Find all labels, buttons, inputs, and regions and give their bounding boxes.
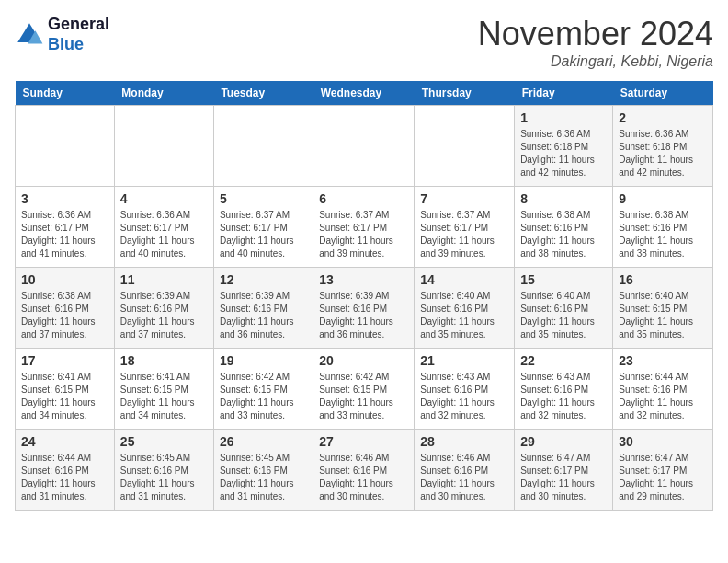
calendar-cell: 26Sunrise: 6:45 AM Sunset: 6:16 PM Dayli… (213, 430, 313, 511)
day-number: 28 (420, 434, 508, 449)
day-info: Sunrise: 6:47 AM Sunset: 6:17 PM Dayligh… (619, 452, 707, 503)
page-header: General Blue November 2024 Dakingari, Ke… (15, 15, 713, 70)
calendar-cell: 10Sunrise: 6:38 AM Sunset: 6:16 PM Dayli… (16, 268, 115, 349)
calendar-cell: 24Sunrise: 6:44 AM Sunset: 6:16 PM Dayli… (16, 430, 115, 511)
logo-line1: General (48, 15, 109, 35)
day-number: 9 (619, 191, 707, 206)
day-info: Sunrise: 6:46 AM Sunset: 6:16 PM Dayligh… (420, 452, 508, 503)
calendar-cell (213, 106, 313, 187)
day-info: Sunrise: 6:43 AM Sunset: 6:16 PM Dayligh… (420, 371, 508, 422)
day-number: 5 (220, 191, 307, 206)
day-info: Sunrise: 6:43 AM Sunset: 6:16 PM Dayligh… (520, 371, 607, 422)
day-info: Sunrise: 6:40 AM Sunset: 6:15 PM Dayligh… (619, 290, 707, 341)
day-header-wednesday: Wednesday (313, 81, 415, 106)
title-block: November 2024 Dakingari, Kebbi, Nigeria (478, 15, 713, 70)
day-number: 13 (319, 272, 408, 287)
day-info: Sunrise: 6:39 AM Sunset: 6:16 PM Dayligh… (319, 290, 408, 341)
day-info: Sunrise: 6:37 AM Sunset: 6:17 PM Dayligh… (420, 209, 508, 260)
day-number: 26 (220, 434, 307, 449)
calendar-cell: 6Sunrise: 6:37 AM Sunset: 6:17 PM Daylig… (313, 187, 415, 268)
day-number: 16 (619, 272, 707, 287)
logo: General Blue (15, 15, 109, 54)
day-info: Sunrise: 6:47 AM Sunset: 6:17 PM Dayligh… (520, 452, 607, 503)
calendar-cell (415, 106, 515, 187)
day-info: Sunrise: 6:44 AM Sunset: 6:16 PM Dayligh… (21, 452, 108, 503)
calendar-cell: 23Sunrise: 6:44 AM Sunset: 6:16 PM Dayli… (613, 349, 713, 430)
calendar-cell: 2Sunrise: 6:36 AM Sunset: 6:18 PM Daylig… (613, 106, 713, 187)
calendar-week-3: 10Sunrise: 6:38 AM Sunset: 6:16 PM Dayli… (16, 268, 713, 349)
day-number: 2 (619, 110, 707, 125)
calendar-cell: 29Sunrise: 6:47 AM Sunset: 6:17 PM Dayli… (515, 430, 613, 511)
calendar-week-1: 1Sunrise: 6:36 AM Sunset: 6:18 PM Daylig… (16, 106, 713, 187)
day-info: Sunrise: 6:36 AM Sunset: 6:17 PM Dayligh… (120, 209, 208, 260)
day-header-tuesday: Tuesday (213, 81, 313, 106)
day-number: 29 (520, 434, 607, 449)
day-number: 6 (319, 191, 408, 206)
day-header-sunday: Sunday (16, 81, 115, 106)
day-number: 3 (21, 191, 108, 206)
day-info: Sunrise: 6:41 AM Sunset: 6:15 PM Dayligh… (120, 371, 208, 422)
calendar-week-5: 24Sunrise: 6:44 AM Sunset: 6:16 PM Dayli… (16, 430, 713, 511)
calendar-cell (16, 106, 115, 187)
logo-icon (15, 20, 44, 50)
calendar-cell: 17Sunrise: 6:41 AM Sunset: 6:15 PM Dayli… (16, 349, 115, 430)
day-header-monday: Monday (114, 81, 213, 106)
calendar-header-row: SundayMondayTuesdayWednesdayThursdayFrid… (16, 81, 713, 106)
day-info: Sunrise: 6:37 AM Sunset: 6:17 PM Dayligh… (319, 209, 408, 260)
day-number: 22 (520, 353, 607, 368)
calendar-cell: 3Sunrise: 6:36 AM Sunset: 6:17 PM Daylig… (16, 187, 115, 268)
calendar-cell: 13Sunrise: 6:39 AM Sunset: 6:16 PM Dayli… (313, 268, 415, 349)
calendar-cell: 30Sunrise: 6:47 AM Sunset: 6:17 PM Dayli… (613, 430, 713, 511)
day-info: Sunrise: 6:37 AM Sunset: 6:17 PM Dayligh… (220, 209, 307, 260)
calendar-cell: 22Sunrise: 6:43 AM Sunset: 6:16 PM Dayli… (515, 349, 613, 430)
calendar-cell: 8Sunrise: 6:38 AM Sunset: 6:16 PM Daylig… (515, 187, 613, 268)
day-number: 14 (420, 272, 508, 287)
day-number: 7 (420, 191, 508, 206)
calendar-table: SundayMondayTuesdayWednesdayThursdayFrid… (15, 81, 713, 511)
calendar-cell: 19Sunrise: 6:42 AM Sunset: 6:15 PM Dayli… (213, 349, 313, 430)
day-info: Sunrise: 6:36 AM Sunset: 6:18 PM Dayligh… (619, 128, 707, 179)
calendar-week-4: 17Sunrise: 6:41 AM Sunset: 6:15 PM Dayli… (16, 349, 713, 430)
day-header-saturday: Saturday (613, 81, 713, 106)
month-title: November 2024 (478, 15, 713, 53)
day-info: Sunrise: 6:38 AM Sunset: 6:16 PM Dayligh… (21, 290, 108, 341)
day-info: Sunrise: 6:44 AM Sunset: 6:16 PM Dayligh… (619, 371, 707, 422)
calendar-cell: 7Sunrise: 6:37 AM Sunset: 6:17 PM Daylig… (415, 187, 515, 268)
calendar-cell: 9Sunrise: 6:38 AM Sunset: 6:16 PM Daylig… (613, 187, 713, 268)
day-info: Sunrise: 6:46 AM Sunset: 6:16 PM Dayligh… (319, 452, 408, 503)
calendar-cell: 21Sunrise: 6:43 AM Sunset: 6:16 PM Dayli… (415, 349, 515, 430)
day-number: 4 (120, 191, 208, 206)
day-number: 25 (120, 434, 208, 449)
calendar-cell: 20Sunrise: 6:42 AM Sunset: 6:15 PM Dayli… (313, 349, 415, 430)
calendar-cell: 28Sunrise: 6:46 AM Sunset: 6:16 PM Dayli… (415, 430, 515, 511)
calendar-cell: 14Sunrise: 6:40 AM Sunset: 6:16 PM Dayli… (415, 268, 515, 349)
day-info: Sunrise: 6:38 AM Sunset: 6:16 PM Dayligh… (520, 209, 607, 260)
day-number: 27 (319, 434, 408, 449)
day-info: Sunrise: 6:40 AM Sunset: 6:16 PM Dayligh… (420, 290, 508, 341)
calendar-week-2: 3Sunrise: 6:36 AM Sunset: 6:17 PM Daylig… (16, 187, 713, 268)
day-info: Sunrise: 6:42 AM Sunset: 6:15 PM Dayligh… (319, 371, 408, 422)
day-header-thursday: Thursday (415, 81, 515, 106)
day-info: Sunrise: 6:38 AM Sunset: 6:16 PM Dayligh… (619, 209, 707, 260)
calendar-cell: 15Sunrise: 6:40 AM Sunset: 6:16 PM Dayli… (515, 268, 613, 349)
day-header-friday: Friday (515, 81, 613, 106)
day-info: Sunrise: 6:42 AM Sunset: 6:15 PM Dayligh… (220, 371, 307, 422)
calendar-body: 1Sunrise: 6:36 AM Sunset: 6:18 PM Daylig… (16, 106, 713, 511)
day-info: Sunrise: 6:45 AM Sunset: 6:16 PM Dayligh… (220, 452, 307, 503)
calendar-cell: 12Sunrise: 6:39 AM Sunset: 6:16 PM Dayli… (213, 268, 313, 349)
day-info: Sunrise: 6:45 AM Sunset: 6:16 PM Dayligh… (120, 452, 208, 503)
calendar-cell: 18Sunrise: 6:41 AM Sunset: 6:15 PM Dayli… (114, 349, 213, 430)
day-number: 12 (220, 272, 307, 287)
day-number: 1 (520, 110, 607, 125)
day-number: 10 (21, 272, 108, 287)
day-info: Sunrise: 6:39 AM Sunset: 6:16 PM Dayligh… (120, 290, 208, 341)
day-info: Sunrise: 6:36 AM Sunset: 6:18 PM Dayligh… (520, 128, 607, 179)
calendar-cell: 5Sunrise: 6:37 AM Sunset: 6:17 PM Daylig… (213, 187, 313, 268)
calendar-cell: 1Sunrise: 6:36 AM Sunset: 6:18 PM Daylig… (515, 106, 613, 187)
day-info: Sunrise: 6:41 AM Sunset: 6:15 PM Dayligh… (21, 371, 108, 422)
day-info: Sunrise: 6:39 AM Sunset: 6:16 PM Dayligh… (220, 290, 307, 341)
day-number: 20 (319, 353, 408, 368)
logo-line2: Blue (48, 35, 84, 53)
day-number: 24 (21, 434, 108, 449)
calendar-cell: 11Sunrise: 6:39 AM Sunset: 6:16 PM Dayli… (114, 268, 213, 349)
